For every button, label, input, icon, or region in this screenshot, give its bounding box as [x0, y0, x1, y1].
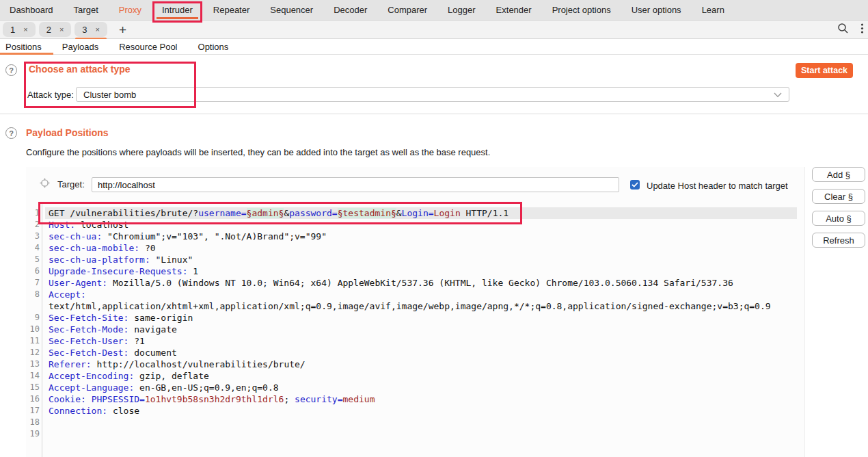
request-line-text: Upgrade-Insecure-Requests: 1 [45, 265, 797, 277]
subtab-payloads[interactable]: Payloads [62, 39, 98, 54]
request-line[interactable]: 12Sec-Fetch-Dest: document [26, 347, 797, 358]
menu-item-intruder[interactable]: Intruder [162, 0, 193, 20]
code-segment: Accept-Language: [49, 382, 134, 393]
code-segment: 1 [188, 266, 199, 276]
tab-close-icon[interactable]: × [23, 25, 27, 34]
attack-tab-1[interactable]: 1× [3, 22, 36, 37]
request-line[interactable]: 10Sec-Fetch-Mode: navigate [26, 324, 797, 335]
search-icon[interactable] [837, 23, 849, 37]
request-line[interactable]: 11Sec-Fetch-User: ?1 [26, 335, 797, 347]
add-positions-button[interactable]: Add § [812, 167, 865, 182]
code-segment: password= [289, 208, 337, 218]
payload-position: §testadmin§ [338, 208, 396, 218]
request-line[interactable]: 9Sec-Fetch-Site: same-origin [26, 312, 797, 324]
tab-close-icon[interactable]: × [59, 25, 64, 34]
menu-item-target[interactable]: Target [74, 0, 98, 20]
request-line-text: Sec-Fetch-Mode: navigate [45, 324, 797, 335]
request-line-text: GET /vulnerabilities/brute/?username=§ad… [45, 207, 797, 219]
payload-position: §admin§ [247, 208, 284, 218]
request-line[interactable]: 4sec-ch-ua-mobile: ?0 [26, 242, 797, 254]
code-segment: ?1 [128, 336, 144, 346]
help-icon[interactable]: ? [5, 64, 17, 76]
line-number: 9 [26, 312, 40, 324]
code-segment: document [128, 348, 176, 358]
target-input[interactable] [92, 177, 619, 192]
menu-item-logger[interactable]: Logger [448, 0, 475, 20]
attack-tab-strip: 1×2×3× + [0, 21, 868, 39]
new-tab-button[interactable]: + [119, 23, 126, 36]
request-line-text: sec-ch-ua: "Chromium";v="103", ".Not/A)B… [45, 231, 797, 242]
subtab-positions[interactable]: Positions [5, 39, 42, 54]
request-line[interactable]: 1GET /vulnerabilities/brute/?username=§a… [26, 207, 797, 219]
attack-tab-3[interactable]: 3× [74, 22, 107, 37]
request-line[interactable]: 15Accept-Language: en-GB,en-US;q=0.9,en;… [26, 382, 797, 393]
line-number [26, 300, 40, 312]
subtab-resource-pool[interactable]: Resource Pool [119, 39, 177, 54]
line-number: 4 [26, 242, 40, 254]
request-line[interactable]: 2Host: localhost [26, 219, 797, 231]
code-segment: Referer: [49, 359, 92, 369]
request-line[interactable]: 14Accept-Encoding: gzip, deflate [26, 370, 797, 382]
menu-item-project-options[interactable]: Project options [552, 0, 611, 20]
code-segment: username= [198, 208, 246, 218]
request-line-text: Cookie: PHPSESSID=1o1hvt9b58sn3h2dr9thl1… [45, 393, 797, 405]
request-line[interactable]: 6Upgrade-Insecure-Requests: 1 [26, 265, 797, 277]
attack-type-value: Cluster bomb [83, 90, 136, 100]
request-line[interactable]: 19 [26, 428, 797, 440]
target-scope-icon [40, 178, 50, 191]
request-line[interactable]: text/html,application/xhtml+xml,applicat… [26, 300, 797, 312]
request-line[interactable]: 17Connection: close [26, 405, 797, 417]
attack-type-dropdown[interactable]: Cluster bomb [76, 87, 789, 102]
request-editor[interactable]: 1GET /vulnerabilities/brute/?username=§a… [26, 207, 797, 457]
tab-label: 3 [82, 25, 87, 35]
line-number: 2 [26, 219, 40, 231]
request-line[interactable]: 16Cookie: PHPSESSID=1o1hvt9b58sn3h2dr9th… [26, 393, 797, 405]
request-line-text: Sec-Fetch-Site: same-origin [45, 312, 797, 324]
subtab-options[interactable]: Options [198, 39, 229, 54]
refresh-button[interactable]: Refresh [812, 233, 865, 248]
menu-item-extender[interactable]: Extender [496, 0, 532, 20]
code-segment [86, 394, 92, 404]
section-divider [0, 114, 868, 114]
update-host-header-label: Update Host header to match target [647, 181, 788, 191]
request-line[interactable]: 18 [26, 417, 797, 428]
request-line[interactable]: 7User-Agent: Mozilla/5.0 (Windows NT 10.… [26, 277, 797, 289]
request-line-text: Accept-Language: en-GB,en-US;q=0.9,en;q=… [45, 382, 797, 393]
auto-positions-button[interactable]: Auto § [812, 211, 865, 226]
line-number: 19 [26, 428, 40, 440]
menu-item-dashboard[interactable]: Dashboard [10, 0, 53, 20]
request-line-text: text/html,application/xhtml+xml,applicat… [45, 300, 797, 312]
attack-tab-2[interactable]: 2× [39, 22, 72, 37]
request-line[interactable]: 13Referer: http://localhost/vulnerabilit… [26, 358, 797, 370]
start-attack-button[interactable]: Start attack [796, 63, 853, 78]
line-number: 10 [26, 324, 40, 335]
code-segment: Sec-Fetch-Dest: [49, 348, 128, 358]
menu-item-learn[interactable]: Learn [702, 0, 724, 20]
menu-item-decoder[interactable]: Decoder [334, 0, 367, 20]
code-segment: close [107, 406, 139, 416]
menu-item-comparer[interactable]: Comparer [388, 0, 427, 20]
request-editor-panel: Target: Update Host header to match targ… [26, 167, 805, 457]
line-number: 18 [26, 417, 40, 428]
code-segment: ?0 [139, 243, 155, 253]
menu-item-sequencer[interactable]: Sequencer [270, 0, 313, 20]
more-options-icon[interactable] [860, 23, 864, 37]
tab-close-icon[interactable]: × [96, 25, 100, 34]
intruder-annotation-rectangle [152, 1, 202, 23]
request-line[interactable]: 3sec-ch-ua: "Chromium";v="103", ".Not/A)… [26, 231, 797, 242]
clear-positions-button[interactable]: Clear § [812, 189, 865, 204]
code-segment: GET /vulnerabilities/brute/? [49, 208, 198, 218]
line-number: 8 [26, 289, 40, 300]
menu-item-repeater[interactable]: Repeater [213, 0, 249, 20]
request-line[interactable]: 8Accept: [26, 289, 797, 300]
request-line[interactable]: 5sec-ch-ua-platform: "Linux" [26, 254, 797, 265]
help-icon[interactable]: ? [5, 127, 17, 139]
line-number: 13 [26, 358, 40, 370]
update-host-header-checkbox[interactable] [630, 180, 640, 190]
menu-item-user-options[interactable]: User options [632, 0, 681, 20]
menu-item-proxy[interactable]: Proxy [119, 0, 141, 20]
intruder-subtab-bar: PositionsPayloadsResource PoolOptions [0, 39, 868, 55]
line-number: 15 [26, 382, 40, 393]
line-number: 14 [26, 370, 40, 382]
code-segment: sec-ch-ua-mobile: [49, 243, 139, 253]
